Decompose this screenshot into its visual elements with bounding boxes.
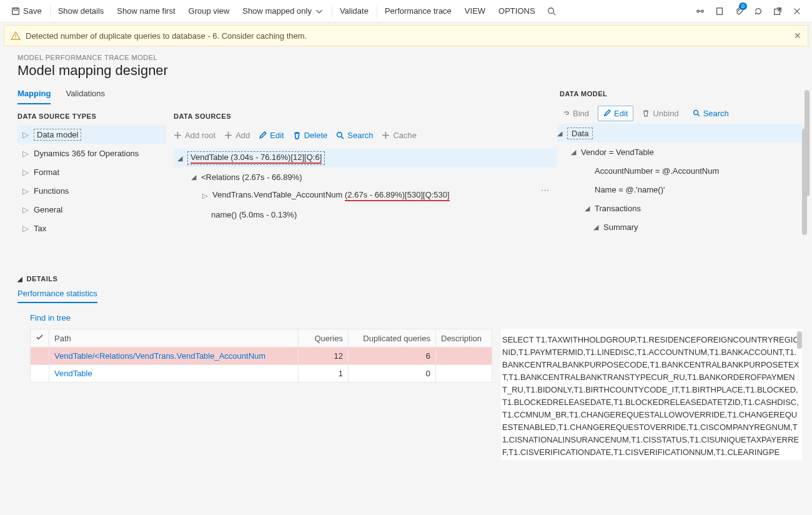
save-button[interactable]: Save — [5, 0, 49, 22]
edit-label: Edit — [270, 131, 284, 140]
svg-point-8 — [337, 132, 342, 137]
type-label: Tax — [34, 224, 46, 233]
resize-handle[interactable]: ⋮ — [541, 186, 550, 196]
type-item-dynamics[interactable]: ▷Dynamics 365 for Operations — [17, 144, 166, 162]
col-check[interactable] — [31, 329, 49, 348]
bind-button[interactable]: Bind — [557, 106, 594, 121]
scrollbar[interactable] — [797, 331, 802, 349]
find-in-tree-link[interactable]: Find in tree — [30, 313, 71, 322]
table-row[interactable]: VendTable 1 0 — [31, 365, 492, 382]
group-view-label: Group view — [189, 6, 230, 16]
search-button[interactable] — [542, 0, 562, 22]
close-button[interactable] — [788, 0, 807, 22]
vendtable-stats: VendTable (3.04s - 76.16%)[12][Q:6] — [191, 152, 322, 164]
connector-icon — [696, 7, 705, 16]
col-queries[interactable]: Queries — [299, 329, 349, 348]
dm-row-vendor[interactable]: ◢Vendor = VendTable — [557, 142, 807, 161]
save-label: Save — [23, 6, 42, 16]
svg-point-4 — [701, 10, 704, 12]
caret-right-icon: ▷ — [22, 168, 29, 177]
caret-down-icon[interactable]: ◢ — [593, 223, 600, 231]
type-item-general[interactable]: ▷General — [17, 200, 166, 219]
details-tabs: Performance statistics — [17, 289, 795, 303]
tab-mapping[interactable]: Mapping — [17, 89, 51, 104]
link-icon — [562, 109, 570, 117]
unbind-button[interactable]: Unbind — [637, 106, 683, 121]
warning-text: Detected number of duplicate queries to … — [26, 31, 307, 41]
caret-down-icon[interactable]: ◢ — [190, 173, 197, 181]
popout-button[interactable] — [768, 0, 788, 22]
vendtrans-prefix: VendTrans.VendTable_AccountNum — [212, 190, 345, 199]
search-button[interactable]: Search — [336, 131, 373, 140]
type-item-data-model[interactable]: ▷ Data model — [17, 125, 166, 144]
edit-button[interactable]: Edit — [598, 106, 633, 121]
tree-node-label: VendTrans.VendTable_AccountNum (2.67s - … — [212, 190, 450, 201]
caret-right-icon: ▷ — [22, 205, 29, 214]
caret-right-icon[interactable]: ▷ — [201, 192, 209, 200]
path-link[interactable]: VendTable — [54, 369, 92, 378]
tab-performance-statistics[interactable]: Performance statistics — [17, 289, 97, 303]
check-icon — [36, 333, 44, 341]
caret-down-icon[interactable]: ◢ — [557, 129, 563, 138]
dm-row-account[interactable]: AccountNumber = @.AccountNum — [557, 161, 807, 180]
resize-handle[interactable]: ⋮ — [503, 438, 512, 447]
connector-icon-button[interactable] — [691, 0, 710, 22]
tab-validations[interactable]: Validations — [66, 89, 105, 104]
row-check[interactable] — [31, 365, 49, 382]
col-duplicated-queries[interactable]: Duplicated queries — [349, 329, 436, 348]
office-icon-button[interactable] — [710, 0, 730, 22]
dm-row-transactions[interactable]: ◢Transactions — [557, 199, 807, 218]
dm-node-label: Data — [567, 128, 593, 139]
breadcrumb: MODEL PERFORMANCE TRACE MODEL — [17, 54, 795, 61]
search-button[interactable]: Search — [688, 106, 734, 121]
show-mapped-only-dropdown[interactable]: Show mapped only — [236, 0, 330, 22]
toolbar-divider — [50, 5, 51, 18]
type-item-functions[interactable]: ▷Functions — [17, 181, 166, 200]
trash-icon — [642, 109, 650, 117]
performance-trace-button[interactable]: Performance trace — [379, 0, 458, 22]
delete-button[interactable]: Delete — [293, 131, 328, 140]
validate-button[interactable]: Validate — [334, 0, 375, 22]
search-icon — [547, 7, 556, 16]
cell-desc — [436, 348, 492, 365]
col-path[interactable]: Path — [49, 329, 299, 348]
show-name-first-button[interactable]: Show name first — [111, 0, 182, 22]
page-header: MODEL PERFORMANCE TRACE MODEL Model mapp… — [0, 51, 812, 85]
table-row[interactable]: VendTable/<Relations/VendTrans.VendTable… — [31, 348, 492, 365]
svg-point-3 — [697, 10, 700, 12]
type-item-tax[interactable]: ▷Tax — [17, 219, 166, 238]
col-description[interactable]: Description — [436, 329, 492, 348]
dm-node-label: AccountNumber = @.AccountNum — [595, 166, 719, 176]
edit-button[interactable]: Edit — [259, 131, 284, 140]
caret-down-icon[interactable]: ◢ — [585, 204, 591, 212]
add-root-button[interactable]: Add root — [174, 131, 215, 140]
toolbar-divider — [377, 5, 377, 18]
refresh-button[interactable] — [749, 0, 768, 22]
cache-button[interactable]: Cache — [382, 131, 417, 140]
options-button[interactable]: OPTIONS — [492, 0, 542, 22]
outer-scrollbar[interactable] — [805, 90, 810, 196]
group-view-button[interactable]: Group view — [182, 0, 237, 22]
add-button[interactable]: Add — [224, 131, 250, 140]
warning-close-button[interactable]: ✕ — [794, 31, 801, 41]
warning-bar: Detected number of duplicate queries to … — [4, 25, 808, 46]
dm-row-name[interactable]: Name = @.'name()' — [557, 180, 807, 199]
caret-down-icon[interactable]: ◢ — [571, 148, 577, 156]
caret-down-icon[interactable]: ◢ — [176, 154, 184, 162]
dm-node-label: Transactions — [595, 204, 641, 213]
details-header-row[interactable]: ◢ DETAILS — [17, 275, 795, 282]
unbind-label: Unbind — [653, 109, 678, 118]
dm-row-summary[interactable]: ◢Summary — [557, 218, 807, 236]
bottom-split: Path Queries Duplicated queries Descript… — [0, 329, 812, 460]
type-label: Dynamics 365 for Operations — [34, 149, 139, 158]
popout-icon — [773, 7, 782, 16]
search-icon — [693, 109, 700, 117]
type-item-format[interactable]: ▷Format — [17, 162, 166, 181]
show-details-button[interactable]: Show details — [52, 0, 111, 22]
row-check[interactable] — [31, 348, 49, 365]
view-button[interactable]: VIEW — [458, 0, 492, 22]
dm-row-data[interactable]: ◢Data — [557, 124, 807, 142]
attachments-button[interactable]: 0 — [730, 0, 749, 22]
path-link[interactable]: VendTable/<Relations/VendTrans.VendTable… — [54, 351, 265, 361]
details-header: DETAILS — [27, 275, 58, 282]
